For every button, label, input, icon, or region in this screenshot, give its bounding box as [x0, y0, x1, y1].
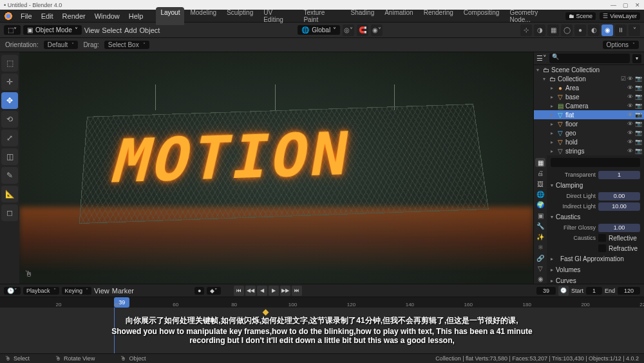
outliner-type-icon[interactable]: ☰˅ — [536, 54, 547, 63]
orientation-select[interactable]: 🌐 Global ˅ — [298, 25, 340, 35]
end-frame[interactable]: 120 — [618, 287, 640, 295]
prop-tab-particle[interactable]: ✨ — [535, 232, 545, 241]
collection-row[interactable]: ▾🗀Collection☑ 👁 📷 — [534, 74, 644, 83]
timeline-type-select[interactable]: 🕒˅ — [4, 287, 21, 295]
sect-clamping[interactable]: Clamping — [551, 180, 640, 191]
jump-end-icon[interactable]: ⏭ — [292, 286, 302, 296]
maximize-icon[interactable]: ▢ — [623, 2, 629, 8]
prop-tab-world[interactable]: 🌍 — [535, 201, 545, 210]
filter-glossy-value[interactable]: 1.00 — [598, 224, 640, 232]
reflective-check[interactable] — [598, 234, 606, 242]
prop-tab-viewlayer[interactable]: 🖼 — [535, 179, 545, 188]
viewlayer-field[interactable]: ☰ ViewLayer — [600, 12, 640, 20]
tab-geonodes[interactable]: Geometry Node... — [505, 7, 564, 25]
shading-wire-icon[interactable]: ◯ — [561, 25, 573, 36]
viewport-3d[interactable]: MOTION 🖱 — [19, 52, 533, 284]
direct-light-value[interactable]: 0.00 — [598, 192, 640, 201]
prop-tab-physics[interactable]: ⚛ — [535, 242, 545, 251]
menu-window[interactable]: Window — [91, 11, 124, 21]
prop-tab-material[interactable]: ◉ — [535, 275, 545, 284]
next-key-icon[interactable]: ▶▶ — [280, 286, 290, 296]
pause-render-icon[interactable]: ⏸ — [615, 25, 627, 36]
tab-modeling[interactable]: Modeling — [185, 7, 221, 25]
item-geo[interactable]: ▸▽geo👁 📷 — [534, 128, 644, 137]
sect-curves[interactable]: Curves — [551, 275, 640, 284]
options-dropdown[interactable]: Options — [603, 41, 639, 49]
tab-layout[interactable]: Layout — [156, 7, 184, 25]
tool-scale[interactable]: ⤢ — [1, 130, 18, 146]
transparent-value[interactable]: 1 — [598, 171, 640, 179]
drag-val[interactable]: Select Box — [104, 41, 149, 49]
item-strings[interactable]: ▸▽strings👁 📷 — [534, 146, 644, 155]
timeline-track[interactable] — [0, 308, 644, 353]
item-flat[interactable]: ▸▽flat👁 📷 — [534, 110, 644, 119]
sect-caustics[interactable]: Caustics — [551, 211, 640, 222]
prop-tab-modifier[interactable]: 🔧 — [535, 222, 545, 231]
select-menu[interactable]: Select — [102, 26, 122, 34]
playback-menu[interactable]: Playback — [23, 287, 59, 295]
keyframe[interactable] — [263, 309, 269, 316]
pivot-icon[interactable]: ◎˅ — [343, 25, 354, 36]
tool-rotate[interactable]: ⟲ — [1, 111, 18, 128]
mode-select[interactable]: ▣ Object Mode ˅ — [23, 25, 82, 35]
refractive-check[interactable] — [598, 244, 606, 252]
object-menu[interactable]: Object — [140, 26, 160, 34]
tool-measure[interactable]: 📐 — [1, 186, 18, 202]
shading-matprev-icon[interactable]: ◐ — [588, 25, 600, 36]
current-frame[interactable]: 39 — [536, 287, 556, 295]
tab-texpaint[interactable]: Texture Paint — [299, 7, 345, 25]
gizmo-icon[interactable]: ⊹ — [520, 25, 532, 36]
prop-tab-scene[interactable]: 🌐 — [535, 190, 545, 199]
scene-field[interactable]: 🖿 Scene — [565, 12, 596, 20]
shading-solid-icon[interactable]: ● — [574, 25, 586, 36]
start-frame[interactable]: 1 — [586, 287, 602, 295]
scene-collection-row[interactable]: ▾🗀Scene Collection — [534, 65, 644, 74]
close-icon[interactable]: ✕ — [635, 2, 640, 8]
timeline-view[interactable]: View — [94, 287, 109, 295]
view-menu[interactable]: View — [84, 26, 100, 34]
prop-tab-render[interactable]: ▦ — [535, 158, 545, 167]
snap-icon[interactable]: 🧲 — [357, 25, 368, 36]
tool-transform[interactable]: ◫ — [1, 148, 18, 165]
tool-cursor[interactable]: ✛ — [1, 74, 18, 90]
xray-icon[interactable]: ▦ — [547, 25, 559, 36]
item-floor[interactable]: ▸▽floor👁 📷 — [534, 119, 644, 128]
tab-animation[interactable]: Animation — [380, 7, 417, 25]
tab-rendering[interactable]: Rendering — [419, 7, 458, 25]
orientation-val[interactable]: Default — [44, 41, 79, 49]
item-hold[interactable]: ▸▽hold👁 📷 — [534, 137, 644, 146]
prop-edit-icon[interactable]: ◉˅ — [371, 25, 383, 36]
prop-tab-object[interactable]: ▣ — [535, 211, 545, 220]
item-base[interactable]: ▸▽base👁 📷 — [534, 92, 644, 101]
menu-render[interactable]: Render — [59, 11, 90, 21]
tool-add-cube[interactable]: ◻ — [1, 204, 18, 221]
sect-fastgi[interactable]: Fast GI Approximation — [551, 253, 640, 264]
menu-edit[interactable]: Edit — [37, 11, 57, 21]
editor-type-select[interactable]: ⬚˅ — [4, 25, 21, 35]
minimize-icon[interactable]: — — [611, 2, 616, 8]
play-rev-icon[interactable]: ◀ — [257, 286, 267, 296]
tool-move[interactable]: ✥ — [1, 92, 18, 109]
preview-range-icon[interactable]: 🕘 — [558, 286, 569, 296]
tool-annotate[interactable]: ✎ — [1, 167, 18, 184]
tab-uv[interactable]: UV Editing — [259, 7, 298, 25]
play-icon[interactable]: ▶ — [269, 286, 279, 296]
tab-compositing[interactable]: Compositing — [459, 7, 504, 25]
item-area[interactable]: ▸●Area👁 📷 — [534, 83, 644, 92]
jump-start-icon[interactable]: ⏮ — [234, 286, 244, 296]
prev-key-icon[interactable]: ◀◀ — [245, 286, 256, 296]
indirect-light-value[interactable]: 10.00 — [598, 202, 640, 211]
tab-sculpting[interactable]: Sculpting — [222, 7, 258, 25]
menu-file[interactable]: File — [17, 11, 36, 21]
timeline-ruler[interactable]: 39 20406080100120140160180200220 — [0, 297, 644, 308]
add-menu[interactable]: Add — [124, 26, 137, 34]
item-camera[interactable]: ▸▤Camera👁 📷 — [534, 101, 644, 110]
filter-icon[interactable]: ▾ — [632, 54, 641, 63]
prop-tab-constraint[interactable]: 🔗 — [535, 253, 545, 262]
prop-tab-data[interactable]: ▽ — [535, 264, 545, 273]
keying-menu[interactable]: Keying — [62, 287, 92, 295]
autokey-icon[interactable]: ● — [194, 287, 204, 295]
tab-shading[interactable]: Shading — [346, 7, 379, 25]
shading-opts-icon[interactable]: ˅ — [629, 25, 640, 36]
sect-volumes[interactable]: Volumes — [551, 264, 640, 275]
